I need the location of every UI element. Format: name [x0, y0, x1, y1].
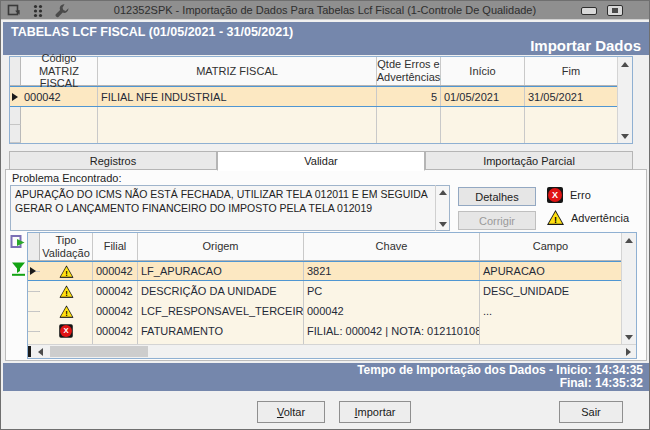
problema-vscrollbar[interactable] — [435, 185, 449, 231]
importar-button[interactable]: Importar — [339, 401, 411, 423]
error-icon — [547, 187, 563, 203]
page-title: TABELAS LCF FISCAL (01/05/2021 - 31/05/2… — [11, 25, 293, 39]
filter-icon[interactable] — [10, 260, 27, 277]
scroll-down-icon[interactable] — [618, 129, 632, 143]
column-header-fim: Fim — [525, 57, 617, 85]
cell-origem: LF_APURACAO — [138, 262, 304, 280]
validation-type-icon — [59, 305, 73, 318]
cell-filial: 000042 — [93, 321, 138, 341]
row-selector — [28, 271, 40, 272]
detalhes-button[interactable]: Detalhes — [458, 187, 536, 206]
cell-chave: 000042 — [304, 301, 480, 321]
row-selector — [10, 107, 21, 125]
column-header-inicio: Início — [441, 57, 525, 85]
hscroll-thumb[interactable] — [50, 346, 148, 357]
cell-chave: FILIAL: 000042 | NOTA: 012110108 | SÉR — [304, 321, 480, 341]
table-row[interactable]: 000042 LF_APURACAO 3821 APURACAO — [28, 261, 623, 281]
cell-campo — [480, 321, 621, 341]
validation-type-icon — [59, 285, 73, 298]
tab-registros[interactable]: Registros — [9, 151, 217, 170]
scroll-down-icon[interactable] — [436, 217, 449, 231]
validar-panel: Problema Encontrado: APURAÇÃO DO ICMS NÃ… — [5, 169, 647, 361]
column-header-origem: Origem — [138, 233, 304, 260]
status-line2: Final: 14:35:32 — [3, 377, 643, 390]
scroll-up-icon[interactable] — [436, 185, 449, 199]
empty-cell — [98, 125, 377, 143]
cell-matriz: FILIAL NFE INDUSTRIAL — [98, 87, 377, 106]
empty-cell — [21, 125, 98, 143]
warning-icon — [547, 210, 564, 225]
cell-campo: ... — [480, 301, 621, 321]
cell-filial: 000042 — [93, 301, 138, 321]
legend-erro: Erro — [547, 187, 591, 203]
cell-tipo — [40, 321, 93, 341]
row-selector — [28, 331, 40, 332]
tab-importacao-parcial[interactable]: Importação Parcial — [425, 151, 633, 170]
cell-campo: DESC_UNIDADE — [480, 281, 621, 301]
matrix-grid-header: Código MATRIZ FISCAL MATRIZ FISCAL Qtde … — [10, 57, 617, 86]
corrigir-button[interactable]: Corrigir — [458, 211, 536, 230]
table-row[interactable]: 000042 FATURAMENTO FILIAL: 000042 | NOTA… — [28, 321, 623, 341]
validation-grid-vscrollbar[interactable] — [621, 233, 636, 344]
column-header-codigo: Código MATRIZ FISCAL — [21, 57, 98, 85]
scroll-up-icon[interactable] — [622, 233, 636, 247]
problema-textbox[interactable]: APURAÇÃO DO ICMS NÃO ESTÁ FECHADA, UTILI… — [10, 185, 450, 231]
row-selector — [28, 311, 40, 312]
matrix-empty-row — [10, 107, 617, 125]
app-window: 012352SPK - Importação de Dados Para Tab… — [0, 0, 650, 430]
empty-cell — [525, 107, 617, 125]
table-row[interactable]: 000042 DESCRIÇÃO DA UNIDADE PC DESC_UNID… — [28, 281, 623, 301]
row-marker-icon — [30, 267, 36, 275]
title-bar: 012352SPK - Importação de Dados Para Tab… — [1, 1, 649, 20]
empty-cell — [441, 125, 525, 143]
restore-icon — [612, 8, 618, 13]
legend-erro-label: Erro — [570, 189, 591, 201]
matrix-row-selected[interactable]: 000042 FILIAL NFE INDUSTRIAL 5 01/05/202… — [10, 86, 617, 107]
matrix-header-selector — [10, 57, 21, 85]
scroll-down-icon[interactable] — [622, 330, 636, 344]
validation-type-icon — [59, 324, 73, 338]
validation-grid-header: Tipo Validação Filial Origem Chave Campo — [28, 233, 623, 261]
cell-tipo — [40, 301, 93, 321]
column-header-chave: Chave — [304, 233, 480, 260]
cell-qtde: 5 — [377, 87, 441, 106]
validation-type-icon — [59, 265, 73, 278]
column-header-qtde: Qtde Erros e Advertências — [377, 57, 441, 85]
minimize-button[interactable] — [581, 7, 597, 15]
status-line1: Tempo de Importação dos Dados - Inicio: … — [3, 364, 643, 377]
voltar-label: Voltar — [277, 406, 305, 418]
table-row[interactable]: 000042 LCF_RESPONSAVEL_TERCEIRO 000042 .… — [28, 301, 623, 321]
voltar-button[interactable]: Voltar — [257, 401, 325, 423]
scroll-left-icon[interactable] — [34, 345, 46, 358]
restore-button[interactable] — [607, 5, 623, 16]
validation-header-selector — [28, 233, 40, 260]
cell-chave: 3821 — [304, 262, 480, 280]
sair-label: Sair — [581, 406, 601, 418]
export-icon[interactable] — [9, 233, 26, 250]
tab-validar[interactable]: Validar — [217, 151, 425, 171]
scroll-right-icon[interactable] — [622, 345, 634, 358]
sair-button[interactable]: Sair — [559, 401, 623, 423]
cell-tipo — [40, 281, 93, 301]
matrix-grid-vscrollbar[interactable] — [617, 57, 632, 143]
cell-origem: LCF_RESPONSAVEL_TERCEIRO — [138, 301, 304, 321]
empty-cell — [377, 125, 441, 143]
legend-advertencia-label: Advertência — [571, 212, 629, 224]
validation-grid-hscrollbar[interactable] — [28, 344, 636, 358]
hscroll-edge-marker — [28, 346, 31, 357]
header-action-label: Importar Dados — [530, 37, 641, 54]
row-selector — [10, 125, 21, 143]
cell-codigo: 000042 — [21, 87, 98, 106]
column-header-matriz: MATRIZ FISCAL — [98, 57, 377, 85]
importar-label: Importar — [355, 406, 396, 418]
cell-campo: APURACAO — [480, 262, 621, 280]
cell-inicio: 01/05/2021 — [441, 87, 525, 106]
legend-advertencia: Advertência — [547, 210, 629, 225]
empty-cell — [441, 107, 525, 125]
empty-cell — [377, 107, 441, 125]
scroll-up-icon[interactable] — [618, 57, 632, 71]
cell-filial: 000042 — [93, 262, 138, 280]
cell-tipo — [40, 262, 93, 280]
empty-cell — [525, 125, 617, 143]
window-title: 012352SPK - Importação de Dados Para Tab… — [1, 4, 649, 16]
